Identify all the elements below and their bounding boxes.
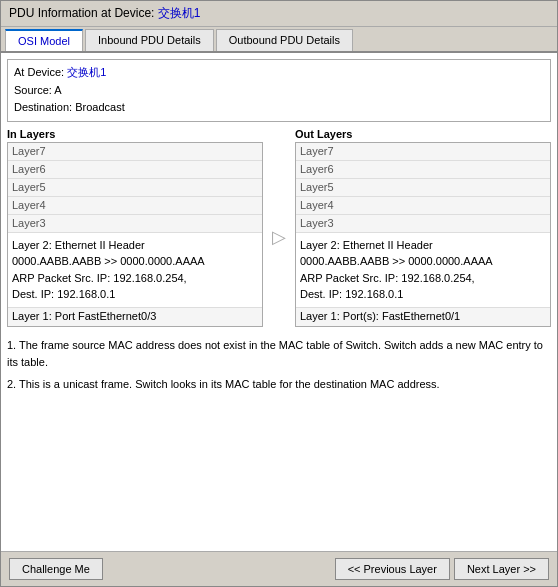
in-layer3[interactable]: Layer3 <box>8 215 262 233</box>
next-layer-button[interactable]: Next Layer >> <box>454 558 549 580</box>
direction-arrow: ▷ <box>272 226 286 248</box>
title-text: PDU Information at Device: <box>9 6 158 20</box>
in-layer5[interactable]: Layer5 <box>8 179 262 197</box>
in-layers-section: In Layers Layer7 Layer6 Layer5 Layer4 La… <box>7 128 263 327</box>
out-layers-label: Out Layers <box>295 128 551 140</box>
description-line1: 1. The frame source MAC address does not… <box>7 337 551 372</box>
in-layer6[interactable]: Layer6 <box>8 161 262 179</box>
in-layer4[interactable]: Layer4 <box>8 197 262 215</box>
tab-outbound[interactable]: Outbound PDU Details <box>216 29 353 51</box>
info-source: Source: A <box>14 82 544 100</box>
out-layer3[interactable]: Layer3 <box>296 215 550 233</box>
out-layer4[interactable]: Layer4 <box>296 197 550 215</box>
tab-osi[interactable]: OSI Model <box>5 29 83 51</box>
description-line2: 2. This is a unicast frame. Switch looks… <box>7 376 551 394</box>
arrow-area: ▷ <box>269 128 289 327</box>
previous-layer-button[interactable]: << Previous Layer <box>335 558 450 580</box>
info-box: At Device: 交换机1 Source: A Destination: B… <box>7 59 551 122</box>
in-layer1[interactable]: Layer 1: Port FastEthernet0/3 <box>8 308 262 326</box>
main-content: At Device: 交换机1 Source: A Destination: B… <box>1 53 557 551</box>
title-device: 交换机1 <box>158 6 201 20</box>
in-layer7[interactable]: Layer7 <box>8 143 262 161</box>
out-layer5[interactable]: Layer5 <box>296 179 550 197</box>
description-area: 1. The frame source MAC address does not… <box>7 333 551 545</box>
out-layer2[interactable]: Layer 2: Ethernet II Header0000.AABB.AAB… <box>296 233 550 308</box>
out-layer6[interactable]: Layer6 <box>296 161 550 179</box>
navigation-buttons: << Previous Layer Next Layer >> <box>335 558 549 580</box>
main-window: PDU Information at Device: 交换机1 OSI Mode… <box>0 0 558 587</box>
tab-inbound[interactable]: Inbound PDU Details <box>85 29 214 51</box>
challenge-me-button[interactable]: Challenge Me <box>9 558 103 580</box>
out-layers-list: Layer7 Layer6 Layer5 Layer4 Layer3 Layer… <box>295 142 551 327</box>
in-layers-label: In Layers <box>7 128 263 140</box>
out-layers-section: Out Layers Layer7 Layer6 Layer5 Layer4 L… <box>295 128 551 327</box>
in-layer2[interactable]: Layer 2: Ethernet II Header0000.AABB.AAB… <box>8 233 262 308</box>
layers-container: In Layers Layer7 Layer6 Layer5 Layer4 La… <box>7 128 551 327</box>
info-at-device: At Device: 交换机1 <box>14 64 544 82</box>
title-bar: PDU Information at Device: 交换机1 <box>1 1 557 27</box>
tab-bar: OSI Model Inbound PDU Details Outbound P… <box>1 27 557 53</box>
info-destination: Destination: Broadcast <box>14 99 544 117</box>
out-layer1[interactable]: Layer 1: Port(s): FastEthernet0/1 <box>296 308 550 326</box>
footer: Challenge Me << Previous Layer Next Laye… <box>1 551 557 586</box>
in-layers-list: Layer7 Layer6 Layer5 Layer4 Layer3 Layer… <box>7 142 263 327</box>
out-layer7[interactable]: Layer7 <box>296 143 550 161</box>
